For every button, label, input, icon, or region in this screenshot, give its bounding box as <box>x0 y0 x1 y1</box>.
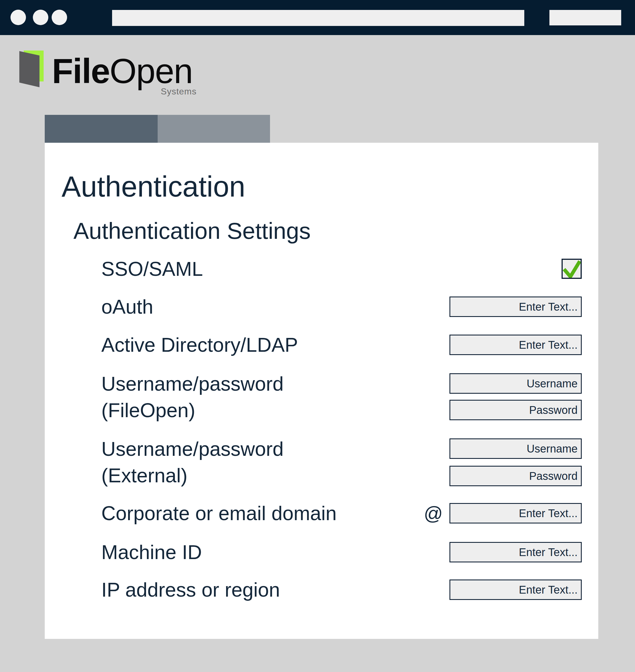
setting-row-sso-saml: SSO/SAML <box>101 259 582 279</box>
tab-inactive[interactable] <box>158 115 270 143</box>
active-directory-ldap-label: Active Directory/LDAP <box>101 331 298 358</box>
setting-row-userpass-external: Username/password (External) <box>101 438 582 486</box>
window-control-dot-1[interactable] <box>10 10 26 25</box>
section-title: Authentication Settings <box>73 219 311 242</box>
setting-row-active-directory-ldap: Active Directory/LDAP <box>101 334 582 355</box>
userpass-external-label-line2: (External) <box>101 464 188 486</box>
content-panel: Authentication Authentication Settings S… <box>45 143 598 639</box>
setting-row-oauth: oAuth <box>101 297 582 317</box>
sso-saml-label: SSO/SAML <box>101 256 203 282</box>
at-symbol: @ <box>424 504 443 523</box>
setting-row-userpass-fileopen: Username/password (FileOpen) <box>101 373 582 420</box>
corporate-email-domain-label: Corporate or email domain <box>101 500 336 526</box>
userpass-fileopen-label-line2: (FileOpen) <box>101 399 195 421</box>
brand-bold: File <box>52 52 110 90</box>
userpass-fileopen-label-line1: Username/password <box>101 373 284 395</box>
checkmark-icon <box>563 260 581 278</box>
browser-topbar <box>0 0 635 35</box>
userpass-fileopen-label: Username/password (FileOpen) <box>101 370 284 424</box>
oauth-label: oAuth <box>101 294 153 320</box>
userpass-external-label: Username/password (External) <box>101 436 284 489</box>
machine-id-label: Machine ID <box>101 539 202 565</box>
address-bar-input[interactable] <box>112 10 524 26</box>
userpass-external-label-line1: Username/password <box>101 438 284 460</box>
brand-wordmark: FileOpen <box>52 54 193 89</box>
fileopen-password-input[interactable] <box>450 400 582 420</box>
page-title: Authentication <box>62 172 245 201</box>
ip-address-region-input[interactable] <box>450 580 582 600</box>
machine-id-input[interactable] <box>450 542 582 562</box>
ip-address-region-label: IP address or region <box>101 577 280 603</box>
setting-row-ip-address-region: IP address or region <box>101 580 582 600</box>
external-password-input[interactable] <box>450 466 582 486</box>
tab-active[interactable] <box>45 115 158 143</box>
window-control-dot-3[interactable] <box>52 10 67 25</box>
active-directory-ldap-input[interactable] <box>450 334 582 355</box>
open-book-icon <box>18 50 45 88</box>
setting-row-machine-id: Machine ID <box>101 542 582 562</box>
external-username-input[interactable] <box>450 438 582 459</box>
window-control-dot-2[interactable] <box>33 10 48 25</box>
fileopen-username-input[interactable] <box>450 373 582 394</box>
sso-saml-checkbox[interactable] <box>562 259 582 279</box>
browser-menu-button[interactable] <box>549 10 621 25</box>
corporate-email-domain-input[interactable] <box>450 503 582 523</box>
oauth-input[interactable] <box>450 297 582 317</box>
setting-row-corporate-email-domain: Corporate or email domain @ <box>101 503 582 523</box>
brand-light: Open <box>110 52 193 90</box>
brand-tagline: Systems <box>128 87 197 96</box>
